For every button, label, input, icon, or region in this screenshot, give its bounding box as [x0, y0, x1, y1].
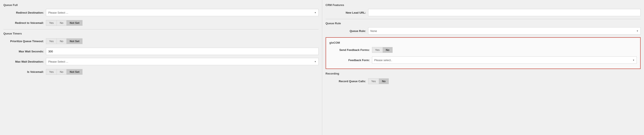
is-voicemail-row: Is Voicemail: Yes No Not Set [4, 68, 318, 76]
send-feedback-no-btn[interactable]: No [382, 47, 392, 53]
recording-section: Recording Record Queue Calls: Yes No [326, 72, 641, 85]
is-voicemail-no-btn[interactable]: No [56, 69, 66, 75]
is-voicemail-btn-group: Yes No Not Set [46, 69, 318, 75]
new-lead-url-control [368, 9, 641, 16]
glocom-title: gloCOM [330, 41, 637, 44]
queue-rule-select[interactable]: None [368, 27, 641, 35]
queue-rule-select-wrap: None [368, 27, 641, 35]
record-queue-calls-btn-group: Yes No [368, 78, 641, 84]
redirect-voicemail-yes-btn[interactable]: Yes [46, 20, 56, 26]
prioritize-timeout-row: Prioritize Queue Timeout: Yes No Not Set [4, 37, 318, 45]
prioritize-no-btn[interactable]: No [56, 38, 66, 44]
queue-full-section: Queue Full Redirect Destination: Please … [4, 4, 318, 27]
divider-1 [4, 29, 318, 29]
record-queue-calls-label: Record Queue Calls: [326, 80, 368, 83]
max-wait-destination-row: Max Wait Destination: Please Select ... [4, 58, 318, 65]
redirect-destination-select[interactable]: Please Select ... [46, 9, 318, 16]
new-lead-url-label: New Lead URL: [326, 11, 368, 14]
max-wait-seconds-control [46, 48, 318, 55]
redirect-voicemail-no-btn[interactable]: No [56, 20, 66, 26]
max-wait-seconds-label: Max Wait Seconds: [4, 50, 46, 53]
send-feedback-label: Send Feedback Forms: [330, 48, 372, 52]
redirect-destination-select-wrap: Please Select ... [46, 9, 318, 16]
redirect-voicemail-btn-group: Yes No Not Set [46, 20, 318, 26]
send-feedback-control: Yes No [372, 47, 637, 53]
glocom-section: gloCOM Send Feedback Forms: Yes No Feedb… [326, 37, 641, 69]
prioritize-timeout-btn-group: Yes No Not Set [46, 38, 318, 44]
redirect-destination-row: Redirect Destination: Please Select ... [4, 9, 318, 16]
redirect-destination-control: Please Select ... [46, 9, 318, 16]
is-voicemail-notset-btn[interactable]: Not Set [66, 69, 83, 75]
is-voicemail-yes-btn[interactable]: Yes [46, 69, 56, 75]
new-lead-url-row: New Lead URL: [326, 9, 641, 16]
queue-rule-label: Queue Rule: [326, 29, 368, 33]
max-wait-destination-select[interactable]: Please Select ... [46, 58, 318, 65]
queue-timers-title: Queue Timers [4, 32, 318, 35]
prioritize-notset-btn[interactable]: Not Set [66, 38, 83, 44]
queue-rule-control: None [368, 27, 641, 35]
queue-rule-row: Queue Rule: None [326, 27, 641, 35]
is-voicemail-label: Is Voicemail: [4, 70, 46, 73]
queue-rule-title: Queue Rule [326, 22, 641, 25]
redirect-voicemail-label: Redirect to Voicemail: [4, 21, 46, 25]
max-wait-seconds-row: Max Wait Seconds: [4, 48, 318, 55]
redirect-destination-label: Redirect Destination: [4, 11, 46, 14]
is-voicemail-control: Yes No Not Set [46, 69, 318, 75]
feedback-form-row: Feedback Form: Please select.. [330, 56, 637, 64]
record-queue-calls-row: Record Queue Calls: Yes No [326, 77, 641, 85]
queue-full-title: Queue Full [4, 4, 318, 7]
crm-features-section: CRM Features New Lead URL: [326, 4, 641, 16]
send-feedback-row: Send Feedback Forms: Yes No [330, 46, 637, 54]
record-queue-calls-control: Yes No [368, 78, 641, 84]
send-feedback-yes-btn[interactable]: Yes [372, 47, 382, 53]
redirect-voicemail-control: Yes No Not Set [46, 20, 318, 26]
feedback-form-select-wrap: Please select.. [372, 56, 637, 64]
max-wait-seconds-input[interactable] [46, 48, 318, 55]
record-queue-calls-no-btn[interactable]: No [379, 78, 389, 84]
right-panel: CRM Features New Lead URL: Queue Rule Qu… [322, 0, 644, 135]
prioritize-yes-btn[interactable]: Yes [46, 38, 56, 44]
feedback-form-control: Please select.. [372, 56, 637, 64]
send-feedback-btn-group: Yes No [372, 47, 637, 53]
divider-2 [326, 19, 641, 19]
feedback-form-select[interactable]: Please select.. [372, 56, 637, 64]
max-wait-destination-select-wrap: Please Select ... [46, 58, 318, 65]
max-wait-destination-control: Please Select ... [46, 58, 318, 65]
redirect-voicemail-row: Redirect to Voicemail: Yes No Not Set [4, 19, 318, 27]
max-wait-destination-label: Max Wait Destination: [4, 60, 46, 63]
prioritize-timeout-label: Prioritize Queue Timeout: [4, 40, 46, 43]
prioritize-timeout-control: Yes No Not Set [46, 38, 318, 44]
queue-timers-section: Queue Timers Prioritize Queue Timeout: Y… [4, 32, 318, 76]
record-queue-calls-yes-btn[interactable]: Yes [368, 78, 379, 84]
left-panel: Queue Full Redirect Destination: Please … [0, 0, 322, 135]
redirect-voicemail-notset-btn[interactable]: Not Set [66, 20, 83, 26]
crm-features-title: CRM Features [326, 4, 641, 7]
recording-title: Recording [326, 72, 641, 75]
queue-rule-section: Queue Rule Queue Rule: None [326, 22, 641, 35]
new-lead-url-input[interactable] [368, 9, 641, 16]
feedback-form-label: Feedback Form: [330, 59, 372, 62]
